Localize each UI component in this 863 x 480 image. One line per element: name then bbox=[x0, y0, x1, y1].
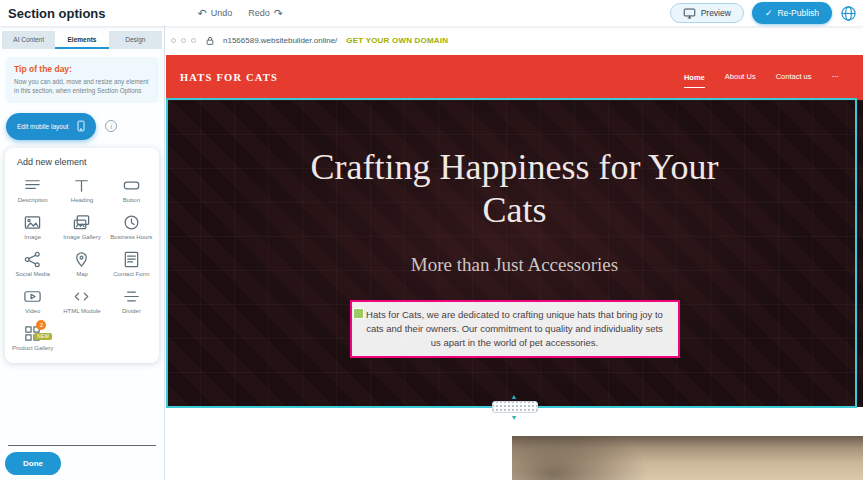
hero-paragraph: Hats for Cats, we are dedicated to craft… bbox=[362, 308, 668, 349]
cat-photo bbox=[512, 436, 863, 480]
globe-language-icon[interactable] bbox=[840, 5, 857, 22]
get-your-own-domain-link[interactable]: GET YOUR OWN DOMAIN bbox=[346, 36, 448, 45]
image-icon bbox=[23, 213, 42, 232]
business-hours-icon bbox=[122, 213, 141, 232]
tip-body: Now you can add, move and resize any ele… bbox=[14, 78, 150, 96]
preview-label: Preview bbox=[701, 8, 731, 18]
element-grid: Description Heading Button Image Image G… bbox=[8, 176, 156, 353]
element-video[interactable]: Video bbox=[8, 287, 57, 315]
check-icon: ✓ bbox=[765, 8, 773, 18]
divider-icon bbox=[122, 287, 141, 306]
redo-button[interactable]: Redo ↷ bbox=[248, 8, 283, 19]
site-preview-pane: n1566589.websitebuilder.online/ GET YOUR… bbox=[166, 26, 863, 480]
republish-label: Re-Publish bbox=[777, 8, 819, 18]
button-icon bbox=[122, 176, 141, 195]
description-icon bbox=[23, 176, 42, 195]
selected-paragraph-element[interactable]: Hats for Cats, we are dedicated to craft… bbox=[350, 300, 680, 357]
preview-button[interactable]: Preview bbox=[670, 3, 744, 23]
window-dot-1 bbox=[171, 38, 176, 43]
hero-heading[interactable]: Crafting Happiness for Your Cats bbox=[290, 146, 740, 232]
undo-button[interactable]: ↶ Undo bbox=[198, 8, 233, 19]
element-social-media[interactable]: Social Media bbox=[8, 250, 57, 278]
sidebar-tabs: AI Content Elements Design bbox=[2, 31, 162, 49]
site-nav: Home About Us Contact us ⋯ bbox=[684, 72, 839, 83]
sidebar-divider bbox=[8, 445, 156, 446]
image-gallery-icon bbox=[72, 213, 91, 232]
section-resize-handle[interactable] bbox=[492, 401, 538, 413]
new-badge: NEW bbox=[34, 333, 52, 340]
lock-icon bbox=[205, 35, 215, 46]
tab-design[interactable]: Design bbox=[109, 31, 162, 49]
edit-mobile-label: Edit mobile layout bbox=[17, 123, 68, 130]
map-pin-icon bbox=[72, 250, 91, 269]
tip-title: Tip of the day: bbox=[14, 64, 150, 74]
heading-icon bbox=[72, 176, 91, 195]
edit-mobile-layout-button[interactable]: Edit mobile layout bbox=[6, 113, 96, 140]
tip-of-the-day-card: Tip of the day: Now you can add, move an… bbox=[5, 57, 159, 103]
element-description[interactable]: Description bbox=[8, 176, 57, 204]
element-image-gallery[interactable]: Image Gallery bbox=[57, 213, 106, 241]
nav-more-menu[interactable]: ⋯ bbox=[832, 72, 840, 83]
window-dot-3 bbox=[191, 38, 196, 43]
element-button[interactable]: Button bbox=[107, 176, 156, 204]
element-heading[interactable]: Heading bbox=[57, 176, 106, 204]
redo-icon: ↷ bbox=[274, 8, 283, 19]
tab-ai-content[interactable]: AI Content bbox=[2, 31, 55, 49]
website-builder-app: Section options ↶ Undo Redo ↷ Preview ✓ … bbox=[0, 0, 863, 480]
site-url: n1566589.websitebuilder.online/ bbox=[223, 36, 337, 45]
notification-count-badge: 2 bbox=[36, 320, 46, 330]
monitor-icon bbox=[683, 7, 696, 20]
nav-home[interactable]: Home bbox=[684, 73, 705, 88]
browser-address-bar: n1566589.websitebuilder.online/ GET YOUR… bbox=[166, 29, 863, 52]
element-drag-handle[interactable] bbox=[353, 308, 364, 319]
element-image[interactable]: Image bbox=[8, 213, 57, 241]
site-header: HATS FOR CATS Home About Us Contact us ⋯ bbox=[166, 55, 863, 100]
element-contact-form[interactable]: Contact Form bbox=[107, 250, 156, 278]
element-business-hours[interactable]: Business Hours bbox=[107, 213, 156, 241]
undo-label: Undo bbox=[211, 8, 233, 18]
site-logo[interactable]: HATS FOR CATS bbox=[180, 72, 278, 83]
undo-icon: ↶ bbox=[198, 8, 207, 19]
add-new-element-panel: Add new element Description Heading Butt… bbox=[5, 148, 159, 363]
video-icon bbox=[23, 287, 42, 306]
contact-form-icon bbox=[122, 250, 141, 269]
nav-about-us[interactable]: About Us bbox=[725, 72, 756, 83]
done-button[interactable]: Done bbox=[5, 452, 61, 475]
nav-contact-us[interactable]: Contact us bbox=[776, 72, 812, 83]
element-product-gallery[interactable]: 2 NEW Product Gallery bbox=[8, 324, 57, 352]
hero-section[interactable]: Crafting Happiness for Your Cats More th… bbox=[166, 100, 863, 407]
window-dot-2 bbox=[181, 38, 186, 43]
topbar: Section options ↶ Undo Redo ↷ Preview ✓ … bbox=[0, 0, 863, 26]
social-media-icon bbox=[23, 250, 42, 269]
sidebar: AI Content Elements Design Tip of the da… bbox=[0, 26, 165, 480]
element-html-module[interactable]: HTML Module bbox=[57, 287, 106, 315]
hero-subheading[interactable]: More than Just Accessories bbox=[411, 254, 618, 276]
redo-label: Redo bbox=[248, 8, 270, 18]
edit-mobile-row: Edit mobile layout i bbox=[6, 113, 158, 140]
republish-button[interactable]: ✓ Re-Publish bbox=[752, 2, 832, 24]
element-divider[interactable]: Divider bbox=[107, 287, 156, 315]
element-map[interactable]: Map bbox=[57, 250, 106, 278]
page-title: Section options bbox=[8, 6, 106, 21]
info-icon[interactable]: i bbox=[105, 120, 117, 132]
html-code-icon bbox=[72, 287, 91, 306]
phone-icon bbox=[75, 119, 87, 133]
next-section bbox=[166, 436, 863, 480]
topbar-actions: Preview ✓ Re-Publish bbox=[670, 2, 857, 24]
undo-redo-group: ↶ Undo Redo ↷ bbox=[198, 8, 283, 19]
tab-elements[interactable]: Elements bbox=[55, 31, 108, 49]
add-new-element-title: Add new element bbox=[17, 157, 156, 167]
